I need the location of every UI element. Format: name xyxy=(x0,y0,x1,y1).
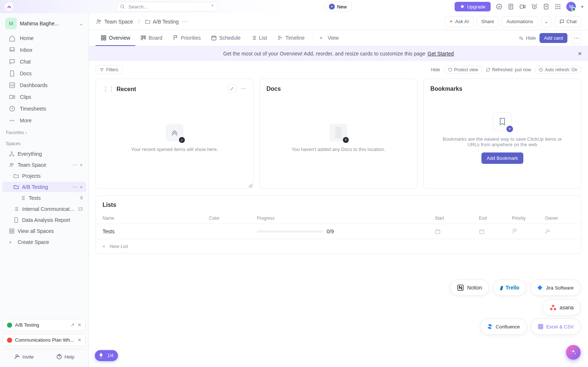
plus-icon[interactable]: + xyxy=(80,184,83,190)
tab-list[interactable]: List xyxy=(246,30,272,46)
tree-projects[interactable]: Projects xyxy=(2,171,86,181)
tab-board[interactable]: Board xyxy=(135,30,167,46)
more-icon[interactable]: ⋯ xyxy=(239,84,248,93)
hide-button[interactable]: Hide xyxy=(519,35,536,41)
automations-button[interactable]: Automations xyxy=(502,16,538,27)
nav-home[interactable]: Home xyxy=(2,32,86,44)
new-button[interactable]: + New xyxy=(324,2,352,11)
chat-button[interactable]: Chat xyxy=(555,16,581,27)
crumb-more-icon[interactable]: ⋯ xyxy=(182,19,187,25)
doc-new-icon[interactable] xyxy=(543,3,549,10)
alarm-icon[interactable] xyxy=(531,3,538,10)
banner-link[interactable]: Get Started xyxy=(427,51,454,57)
crumb-folder[interactable]: A/B Testing xyxy=(153,19,179,25)
close-icon[interactable]: ✕ xyxy=(78,322,82,328)
tab-label: Board xyxy=(148,35,162,41)
workspace-switcher[interactable]: M Mahima Baghe... ⌄ xyxy=(0,15,89,32)
search-ai-icon[interactable] xyxy=(210,4,215,9)
refreshed-status[interactable]: Refreshed: just now xyxy=(486,67,531,72)
help-link[interactable]: Help xyxy=(56,354,74,360)
crumb-space[interactable]: Team Space xyxy=(104,19,133,25)
spaces-section[interactable]: Spaces xyxy=(0,137,89,148)
tab-overview[interactable]: Overview xyxy=(96,30,135,46)
tree-view-all-spaces[interactable]: View all Spaces xyxy=(2,226,86,236)
share-button[interactable]: Share xyxy=(477,16,499,27)
chevron-down-icon[interactable]: ▾ xyxy=(581,4,584,10)
user-avatar[interactable]: M xyxy=(566,2,576,11)
apps-grid-icon[interactable] xyxy=(555,3,561,10)
nav-chat[interactable]: Chat xyxy=(2,56,86,68)
pill-label: A/B Testing xyxy=(15,322,68,328)
svg-rect-44 xyxy=(480,230,484,234)
filters-button[interactable]: Filters xyxy=(96,65,122,74)
ask-ai-button[interactable]: ✦Ask AI xyxy=(444,16,474,27)
svg-rect-27 xyxy=(12,229,14,231)
invite-link[interactable]: Invite xyxy=(14,354,34,360)
import-notion[interactable]: Notion xyxy=(450,280,489,296)
more-button[interactable]: ⋯ xyxy=(571,33,581,43)
row-start[interactable] xyxy=(435,229,479,234)
sparkle-icon xyxy=(570,349,577,356)
progress-bar xyxy=(257,230,323,233)
tree-team-space[interactable]: Team Space⋯+ xyxy=(2,160,86,170)
search-input[interactable]: Search... xyxy=(117,2,218,11)
list-row[interactable]: Tests 0/9 xyxy=(96,224,581,239)
hide-link[interactable]: Hide xyxy=(431,67,440,72)
tree-internal-comm[interactable]: Internal Communicati...13 xyxy=(2,204,86,214)
row-end[interactable] xyxy=(479,229,512,234)
check-circle-icon[interactable] xyxy=(496,3,502,10)
drag-handle-icon[interactable]: ⋮⋮ xyxy=(103,86,114,93)
nav-docs[interactable]: Docs xyxy=(2,68,86,79)
tree-ab-testing[interactable]: A/B Testing⋯+ xyxy=(2,182,86,192)
auto-refresh-toggle[interactable]: Auto refresh: On xyxy=(535,66,581,74)
favorites-section[interactable]: Favorites› xyxy=(0,126,89,137)
import-trello[interactable]: ▮Trello xyxy=(493,280,526,296)
protect-view-button[interactable]: Protect view xyxy=(444,66,482,74)
tree-tests[interactable]: Tests9 xyxy=(2,193,86,203)
notepad-icon[interactable] xyxy=(508,3,514,10)
tree-data-analysis[interactable]: Data Analysis Report xyxy=(2,215,86,225)
nav-clips[interactable]: Clips xyxy=(2,91,86,103)
tab-timeline[interactable]: Timeline xyxy=(272,30,309,46)
close-icon[interactable]: ✕ xyxy=(78,337,82,343)
video-icon[interactable] xyxy=(519,3,526,10)
more-icon[interactable]: ⋯ xyxy=(72,184,78,190)
import-asana[interactable]: asana xyxy=(542,299,581,316)
import-confluence[interactable]: Confluence xyxy=(480,319,527,335)
recent-pill-1[interactable]: A/B Testing ↗ ✕ xyxy=(3,319,86,331)
add-card-button[interactable]: Add card xyxy=(539,33,567,43)
flag-icon xyxy=(173,35,179,41)
recent-pill-2[interactable]: Communications Plan Wh... ✕ xyxy=(3,334,86,346)
svg-point-49 xyxy=(554,308,556,310)
external-icon[interactable]: ↗ xyxy=(71,322,75,328)
add-bookmark-button[interactable]: Add Bookmark xyxy=(481,152,523,164)
close-icon[interactable]: ✕ xyxy=(578,51,582,57)
nav-label: Chat xyxy=(20,59,31,65)
users-icon xyxy=(96,18,102,25)
tree-everything[interactable]: Everything xyxy=(2,149,86,159)
chevron-right-icon: › xyxy=(25,130,27,135)
nav-more[interactable]: More xyxy=(2,115,86,126)
nav-timesheets[interactable]: Timesheets xyxy=(2,103,86,115)
automations-dropdown[interactable]: ⌄ xyxy=(541,16,552,27)
ai-fab[interactable] xyxy=(566,345,581,360)
app-logo[interactable] xyxy=(4,2,14,11)
import-jira[interactable]: Jira Software xyxy=(530,280,581,296)
more-icon[interactable]: ⋯ xyxy=(72,162,78,168)
tab-priorities[interactable]: Priorities xyxy=(168,30,206,46)
import-excel[interactable]: Excel & CSV xyxy=(531,319,581,335)
row-priority[interactable] xyxy=(512,229,545,234)
new-list-button[interactable]: +New List xyxy=(96,239,581,253)
add-view-button[interactable]: +View xyxy=(315,30,344,46)
plus-icon[interactable]: + xyxy=(80,162,83,168)
row-owner[interactable] xyxy=(545,229,574,234)
row-name: Tests xyxy=(103,229,209,234)
expand-icon[interactable]: ⤢ xyxy=(227,84,236,93)
upgrade-button[interactable]: Upgrade xyxy=(455,2,491,11)
tree-create-space[interactable]: +Create Space xyxy=(2,237,86,247)
nav-dashboards[interactable]: Dashboards xyxy=(2,79,86,91)
overview-cards: ⋮⋮Recent ⤢⋯ ✓ Your recent opened items w… xyxy=(89,79,588,189)
onboarding-pill[interactable]: 1/4 xyxy=(95,350,118,361)
tab-schedule[interactable]: Schedule xyxy=(206,30,245,46)
nav-inbox[interactable]: Inbox xyxy=(2,44,86,56)
